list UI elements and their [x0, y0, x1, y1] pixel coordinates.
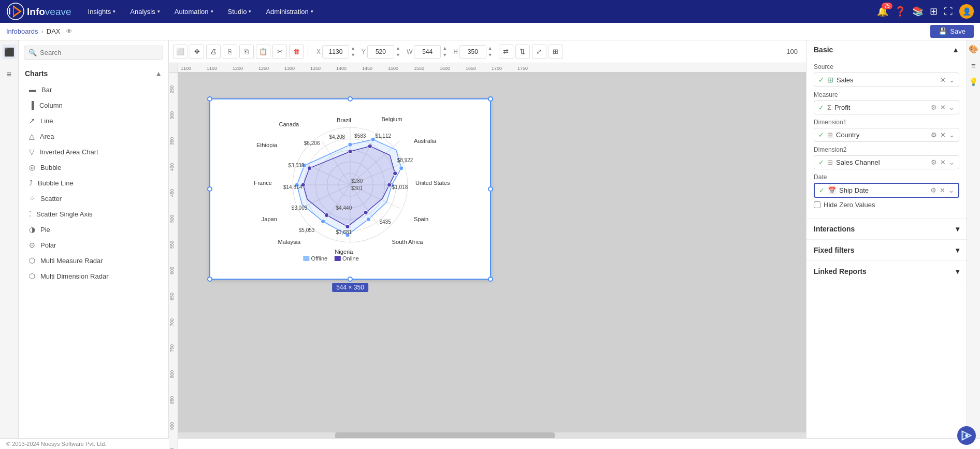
chart-item-pie[interactable]: ◑ Pie: [19, 222, 168, 237]
svg-text:1550: 1550: [414, 66, 424, 71]
chart-item-area[interactable]: △ Area: [19, 128, 168, 144]
dim1-gear-btn[interactable]: ⚙: [931, 131, 937, 139]
linked-reports-collapse-icon[interactable]: ▾: [956, 267, 959, 276]
x-down[interactable]: ▼: [351, 52, 355, 59]
dim1-arrow-btn[interactable]: ⌄: [949, 131, 955, 139]
rp-icon-filter[interactable]: ≡: [971, 61, 976, 70]
interactions-section[interactable]: Interactions ▾: [806, 219, 967, 240]
fixed-filters-section[interactable]: Fixed filters ▾: [806, 240, 967, 261]
nav-administration[interactable]: Administration ▾: [260, 5, 319, 19]
basic-section-content: Source ✓ ⊞ Sales ✕ ⌄ Measure ✓ Σ Profit …: [806, 63, 967, 218]
charts-section: Charts ▲ ▬ Bar ▐ Column ↗ Line △ Area ▽ …: [19, 65, 168, 449]
dim2-field[interactable]: ✓ ⊞ Sales Channel ⚙ ✕ ⌄: [814, 155, 959, 169]
chart-item-scatter-single[interactable]: ⁚ Scatter Single Axis: [19, 206, 168, 222]
measure-arrow-btn[interactable]: ⌄: [949, 104, 955, 111]
fit-btn[interactable]: ⤢: [532, 45, 546, 59]
help-btn[interactable]: ❓: [895, 6, 906, 17]
eye-icon[interactable]: 👁: [66, 27, 73, 35]
w-down[interactable]: ▼: [442, 52, 447, 59]
hide-zero-label[interactable]: Hide Zero Values: [824, 201, 875, 209]
h-up[interactable]: ▲: [488, 45, 493, 52]
tool-paste[interactable]: 📋: [256, 45, 270, 59]
nav-automation[interactable]: Automation ▾: [168, 5, 220, 19]
infoweave-logo-bottom[interactable]: [957, 426, 976, 445]
dim2-label: Dimension2: [814, 146, 959, 153]
y-down[interactable]: ▼: [396, 52, 400, 59]
fixed-filters-collapse-icon[interactable]: ▾: [956, 246, 959, 254]
save-button[interactable]: 💾 Save: [930, 25, 974, 38]
y-input[interactable]: [367, 45, 394, 59]
canvas-content[interactable]: Brazil Belgium Australia United States S…: [178, 73, 806, 439]
svg-text:850: 850: [169, 396, 175, 404]
basic-section-header[interactable]: Basic ▲: [806, 40, 967, 59]
chart-item-bar[interactable]: ▬ Bar: [19, 82, 168, 97]
chart-item-line[interactable]: ↗ Line: [19, 113, 168, 128]
date-arrow-btn[interactable]: ⌄: [948, 186, 954, 194]
tool-select[interactable]: ⬜: [173, 45, 188, 59]
flip-h-btn[interactable]: ⇄: [499, 45, 513, 59]
tool-copy[interactable]: ⎘: [223, 45, 237, 59]
w-label: W: [407, 48, 412, 55]
tool-move[interactable]: ✥: [190, 45, 204, 59]
charts-collapse-icon[interactable]: ▲: [155, 69, 162, 78]
chart-item-inverted-area[interactable]: ▽ Inverted Area Chart: [19, 144, 168, 160]
dim1-field[interactable]: ✓ ⊞ Country ⚙ ✕ ⌄: [814, 128, 959, 142]
grid-toggle-btn[interactable]: ⊞: [549, 45, 563, 59]
svg-text:600: 600: [169, 267, 175, 274]
source-field[interactable]: ✓ ⊞ Sales ✕ ⌄: [814, 73, 959, 87]
x-up[interactable]: ▲: [351, 45, 355, 52]
panel-icon-stack[interactable]: ≡: [2, 67, 17, 82]
source-clear-btn[interactable]: ✕: [940, 76, 946, 84]
chart-widget[interactable]: Brazil Belgium Australia United States S…: [209, 98, 491, 280]
nav-insights[interactable]: Insights ▾: [82, 5, 122, 19]
date-clear-btn[interactable]: ✕: [940, 186, 945, 194]
fullscreen-btn[interactable]: ⛶: [944, 6, 953, 17]
notification-btn[interactable]: 🔔75: [877, 6, 888, 17]
chart-item-bubble[interactable]: ◎ Bubble: [19, 160, 168, 175]
dim2-arrow-btn[interactable]: ⌄: [949, 158, 955, 166]
svg-text:$6,206: $6,206: [304, 140, 320, 146]
h-down[interactable]: ▼: [488, 52, 493, 59]
h-input[interactable]: [459, 45, 486, 59]
hide-zero-checkbox[interactable]: [814, 201, 820, 208]
bar-icon: ▬: [29, 85, 36, 94]
tool-cut[interactable]: ✂: [272, 45, 287, 59]
date-gear-btn[interactable]: ⚙: [930, 186, 936, 194]
tool-copy2[interactable]: ⎗: [239, 45, 254, 59]
chart-item-polar[interactable]: ⊙ Polar: [19, 237, 168, 253]
w-up[interactable]: ▲: [442, 45, 447, 52]
dim1-clear-btn[interactable]: ✕: [940, 131, 946, 139]
tool-print[interactable]: 🖨: [206, 45, 221, 59]
bookmarks-btn[interactable]: 📚: [912, 6, 924, 17]
search-input[interactable]: [40, 49, 158, 56]
measure-gear-btn[interactable]: ⚙: [931, 104, 937, 111]
chart-item-multi-measure[interactable]: ⬡ Multi Measure Radar: [19, 253, 168, 268]
source-arrow-btn[interactable]: ⌄: [949, 76, 955, 84]
x-input[interactable]: [322, 45, 349, 59]
dim2-gear-btn[interactable]: ⚙: [931, 158, 937, 166]
chart-item-column[interactable]: ▐ Column: [19, 97, 168, 113]
interactions-collapse-icon[interactable]: ▾: [956, 225, 959, 233]
measure-clear-btn[interactable]: ✕: [940, 104, 946, 111]
grid-btn[interactable]: ⊞: [930, 6, 938, 17]
dim2-clear-btn[interactable]: ✕: [940, 158, 946, 166]
svg-text:Belgium: Belgium: [381, 116, 402, 122]
rp-icon-paint[interactable]: 🎨: [969, 45, 978, 54]
flip-v-btn[interactable]: ⇅: [515, 45, 530, 59]
chart-item-bubble-line[interactable]: ⤴ Bubble Line: [19, 175, 168, 191]
nav-analysis[interactable]: Analysis ▾: [124, 5, 166, 19]
linked-reports-section[interactable]: Linked Reports ▾: [806, 261, 967, 282]
w-input[interactable]: [414, 45, 441, 59]
y-up[interactable]: ▲: [396, 45, 400, 52]
chart-item-multi-dimension[interactable]: ⬡ Multi Dimension Radar: [19, 268, 168, 284]
chart-item-scatter[interactable]: ⁘ Scatter: [19, 191, 168, 206]
measure-field[interactable]: ✓ Σ Profit ⚙ ✕ ⌄: [814, 100, 959, 114]
panel-icon-layers[interactable]: ⬛: [2, 45, 17, 59]
nav-studio[interactable]: Studio ▾: [222, 5, 258, 19]
tool-delete[interactable]: 🗑: [289, 45, 304, 59]
basic-collapse-icon[interactable]: ▲: [952, 46, 959, 54]
date-field[interactable]: ✓ 📅 Ship Date ⚙ ✕ ⌄: [814, 183, 959, 198]
rp-icon-bulb[interactable]: 💡: [969, 77, 978, 86]
user-avatar[interactable]: 👤: [959, 4, 974, 19]
breadcrumb-parent[interactable]: Infoboards: [6, 27, 38, 35]
